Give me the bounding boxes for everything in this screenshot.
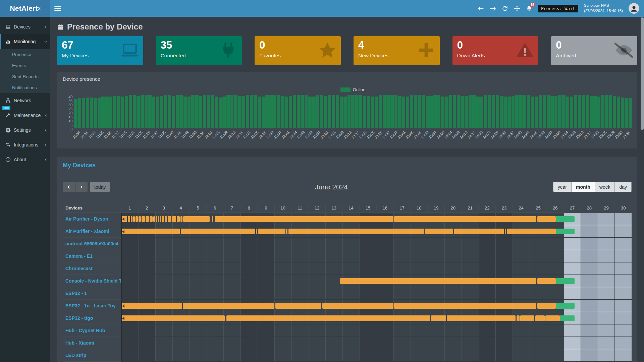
device-name-link[interactable]: Console - Nvidia Shield T — [63, 275, 121, 287]
sidebar-item-events[interactable]: Events — [0, 60, 50, 71]
presence-event-online[interactable] — [215, 216, 393, 222]
hamburger-menu-icon[interactable] — [54, 6, 61, 11]
presence-event-online[interactable] — [139, 216, 141, 222]
presence-event-online[interactable] — [275, 303, 322, 309]
sidebar-item-notifications[interactable]: Notifications — [0, 82, 50, 93]
scrollbar-thumb[interactable] — [641, 17, 644, 130]
presence-event-online[interactable] — [156, 216, 157, 222]
network-icon — [5, 98, 11, 103]
device-name-link[interactable]: android-68608b93a00e4 — [63, 238, 121, 250]
presence-event-online[interactable] — [288, 229, 424, 234]
presence-event-online[interactable] — [537, 303, 556, 309]
refresh-icon[interactable] — [502, 5, 508, 12]
my-devices-title[interactable]: My Devices — [63, 162, 632, 169]
sidebar-item-monitoring[interactable]: Monitoring — [0, 34, 50, 49]
prev-button[interactable] — [63, 182, 75, 192]
presence-event-online[interactable] — [165, 216, 167, 222]
presence-event-online[interactable] — [394, 303, 537, 309]
stat-card-new-devices[interactable]: 4New Devices — [354, 36, 440, 65]
presence-event-online[interactable] — [122, 315, 225, 321]
presence-event-online[interactable] — [394, 216, 537, 222]
device-name-link[interactable]: Camera - E1 — [63, 250, 121, 262]
presence-event-online[interactable] — [158, 216, 159, 222]
presence-event-online[interactable] — [142, 216, 145, 222]
presence-event-online[interactable] — [545, 315, 560, 321]
notifications-bell-icon[interactable]: 15 — [526, 5, 532, 12]
presence-event-online[interactable] — [537, 278, 556, 284]
stat-card-my-devices[interactable]: 67My Devices — [57, 36, 143, 65]
move-icon[interactable] — [514, 5, 520, 12]
presence-event-online[interactable] — [537, 216, 556, 222]
device-name-link[interactable]: Chromecast — [63, 262, 121, 275]
presence-event-online[interactable] — [286, 229, 287, 234]
view-button-day[interactable]: day — [614, 182, 632, 192]
presence-event-online[interactable] — [168, 216, 171, 222]
presence-event-online[interactable] — [505, 229, 506, 234]
device-name-link[interactable]: Hub - Cygnet Hub — [63, 324, 121, 337]
presence-event-online[interactable] — [507, 229, 556, 234]
presence-event-online[interactable] — [136, 216, 138, 222]
presence-event-online[interactable] — [520, 315, 534, 321]
sidebar-item-sent-reports[interactable]: Sent Reports — [0, 71, 50, 82]
presence-event-online[interactable] — [447, 315, 516, 321]
presence-event-online[interactable] — [122, 303, 182, 309]
presence-event-online[interactable] — [153, 216, 155, 222]
presence-event-online[interactable] — [181, 229, 255, 234]
presence-event-online[interactable] — [322, 303, 393, 309]
view-button-month[interactable]: month — [571, 182, 595, 192]
presence-event-online[interactable] — [425, 229, 453, 234]
device-name-link[interactable]: LED strip — [63, 349, 121, 362]
device-name-link[interactable]: Hub - Xiaomi — [63, 337, 121, 349]
back-arrow-icon[interactable] — [478, 5, 484, 12]
presence-event-online[interactable] — [454, 229, 504, 234]
stat-card-down-alerts[interactable]: 0Down Alerts — [452, 36, 539, 65]
stat-card-archived[interactable]: 0Archived — [551, 36, 637, 65]
view-button-week[interactable]: week — [595, 182, 615, 192]
presence-event-online[interactable] — [340, 278, 537, 284]
presence-event-online[interactable] — [535, 315, 545, 321]
sidebar-item-about[interactable]: About — [0, 152, 50, 167]
presence-event-online-current[interactable] — [556, 216, 575, 222]
sidebar-item-devices[interactable]: Devices — [0, 19, 50, 34]
next-button[interactable] — [75, 182, 88, 192]
presence-event-online[interactable] — [256, 229, 257, 234]
presence-event-online[interactable] — [172, 216, 176, 222]
sidebar-item-integrations[interactable]: Integrations — [0, 137, 50, 152]
device-name-link[interactable]: Air Purifier - Dyson — [63, 213, 121, 225]
presence-event-online-current[interactable] — [560, 315, 575, 321]
device-name-link[interactable]: ESP32 - 1 — [63, 287, 121, 300]
stat-card-connected[interactable]: 35Connected — [156, 36, 242, 65]
device-name-link[interactable]: ESP32 - 1n - Laser Toy — [63, 300, 121, 312]
presence-event-online[interactable] — [150, 216, 153, 222]
sidebar-item-settings[interactable]: Settings — [0, 123, 50, 137]
today-button[interactable]: today — [90, 182, 110, 192]
avatar[interactable] — [629, 3, 639, 14]
presence-event-online[interactable] — [177, 216, 180, 222]
presence-event-online[interactable] — [133, 216, 135, 222]
presence-event-online-current[interactable] — [556, 278, 575, 284]
app-logo[interactable]: NetAlertx — [0, 0, 50, 17]
presence-event-online[interactable] — [431, 315, 446, 321]
presence-event-online[interactable] — [131, 216, 132, 222]
forward-arrow-icon[interactable] — [490, 5, 496, 12]
view-button-year[interactable]: year — [553, 182, 571, 192]
presence-event-online[interactable] — [128, 216, 130, 222]
presence-event-online[interactable] — [258, 229, 285, 234]
presence-event-online[interactable] — [183, 303, 274, 309]
presence-event-online[interactable] — [183, 216, 210, 222]
presence-event-online[interactable] — [212, 216, 213, 222]
device-name-link[interactable]: Air Purifier - Xiaomi — [63, 225, 121, 238]
presence-event-online[interactable] — [180, 216, 183, 222]
presence-event-online[interactable] — [517, 315, 520, 321]
device-name-link[interactable]: ESP32 - ttgo — [63, 312, 121, 324]
sidebar-item-maintenance[interactable]: Maintenancenew — [0, 108, 50, 123]
presence-event-online[interactable] — [146, 216, 149, 222]
presence-event-online-current[interactable] — [556, 229, 575, 234]
presence-event-online[interactable] — [160, 216, 161, 222]
presence-event-online[interactable] — [162, 216, 164, 222]
sidebar-item-presence[interactable]: Presence — [0, 49, 50, 60]
presence-event-online[interactable] — [122, 229, 180, 234]
presence-event-online-current[interactable] — [556, 303, 575, 309]
stat-card-favorites[interactable]: 0Favorites — [255, 36, 341, 65]
presence-event-online[interactable] — [226, 315, 430, 321]
